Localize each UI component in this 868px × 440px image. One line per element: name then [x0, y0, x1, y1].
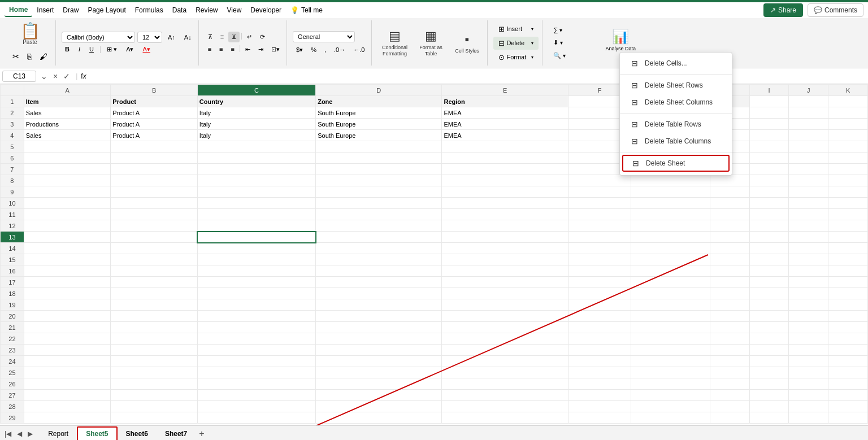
- cell-B18[interactable]: [111, 288, 198, 299]
- cell-D1[interactable]: Zone: [316, 96, 442, 107]
- menu-draw[interactable]: Draw: [58, 4, 83, 16]
- cell-J22[interactable]: [789, 333, 828, 345]
- cell-F12[interactable]: [568, 220, 631, 232]
- align-middle-btn[interactable]: ≡: [217, 32, 227, 42]
- cell-G27[interactable]: [631, 390, 710, 401]
- cell-B27[interactable]: [111, 390, 198, 401]
- cell-E7[interactable]: [442, 164, 568, 175]
- decrease-font-btn[interactable]: A↓: [181, 32, 195, 42]
- cell-B10[interactable]: [111, 198, 198, 209]
- cell-G29[interactable]: [631, 412, 710, 424]
- cell-G8[interactable]: [631, 175, 710, 186]
- cell-D20[interactable]: [316, 311, 442, 322]
- menu-insert[interactable]: Insert: [32, 4, 58, 16]
- format-as-table-btn[interactable]: ▦ Format as Table: [414, 26, 448, 60]
- cell-E27[interactable]: [442, 390, 568, 401]
- cell-H22[interactable]: [710, 333, 749, 345]
- cell-E10[interactable]: [442, 198, 568, 209]
- cell-G18[interactable]: [631, 288, 710, 299]
- fill-color-button[interactable]: A▾: [123, 44, 137, 55]
- cell-C13[interactable]: [197, 232, 315, 243]
- cell-A8[interactable]: [24, 175, 111, 186]
- copy-button[interactable]: ⎘: [24, 50, 35, 63]
- cell-F18[interactable]: [568, 288, 631, 299]
- cell-J8[interactable]: [789, 175, 828, 186]
- cell-E22[interactable]: [442, 333, 568, 345]
- cell-I25[interactable]: [749, 367, 789, 378]
- cell-D28[interactable]: [316, 401, 442, 412]
- cell-I3[interactable]: [749, 119, 789, 130]
- cell-B7[interactable]: [111, 164, 198, 175]
- cell-A4[interactable]: Sales: [24, 130, 111, 141]
- align-top-btn[interactable]: ⊼: [205, 32, 216, 42]
- cell-G28[interactable]: [631, 401, 710, 412]
- cell-K22[interactable]: [828, 333, 868, 345]
- cell-I7[interactable]: [749, 164, 789, 175]
- cell-G22[interactable]: [631, 333, 710, 345]
- cell-H15[interactable]: [710, 254, 749, 265]
- cell-J11[interactable]: [789, 209, 828, 220]
- cell-D11[interactable]: [316, 209, 442, 220]
- cell-B11[interactable]: [111, 209, 198, 220]
- paste-button[interactable]: 📋 Paste: [20, 23, 40, 45]
- delete-table-rows-option[interactable]: ⊟ Delete Table Rows: [620, 116, 732, 133]
- cell-D9[interactable]: [316, 186, 442, 198]
- cell-E2[interactable]: EMEA: [442, 107, 568, 119]
- cell-K2[interactable]: [828, 107, 868, 119]
- cell-G16[interactable]: [631, 265, 710, 277]
- cell-C10[interactable]: [197, 198, 315, 209]
- cell-E26[interactable]: [442, 378, 568, 390]
- cell-K4[interactable]: [828, 130, 868, 141]
- cell-K16[interactable]: [828, 265, 868, 277]
- cell-I9[interactable]: [749, 186, 789, 198]
- cell-H12[interactable]: [710, 220, 749, 232]
- cell-B28[interactable]: [111, 401, 198, 412]
- cell-J21[interactable]: [789, 322, 828, 333]
- menu-review[interactable]: Review: [191, 4, 222, 16]
- cell-I29[interactable]: [749, 412, 789, 424]
- cell-F11[interactable]: [568, 209, 631, 220]
- decrease-decimal-btn[interactable]: ←.0: [350, 45, 368, 55]
- cell-K17[interactable]: [828, 277, 868, 288]
- cell-D14[interactable]: [316, 243, 442, 254]
- cell-B22[interactable]: [111, 333, 198, 345]
- cell-A5[interactable]: [24, 141, 111, 153]
- cell-J14[interactable]: [789, 243, 828, 254]
- cell-E17[interactable]: [442, 277, 568, 288]
- cell-F10[interactable]: [568, 198, 631, 209]
- cell-styles-btn[interactable]: ▪ Cell Styles: [450, 29, 484, 57]
- cell-C21[interactable]: [197, 322, 315, 333]
- underline-button[interactable]: U: [86, 44, 97, 54]
- cell-I20[interactable]: [749, 311, 789, 322]
- cell-A27[interactable]: [24, 390, 111, 401]
- cut-button[interactable]: ✂: [9, 50, 23, 63]
- cell-E20[interactable]: [442, 311, 568, 322]
- menu-tell-me[interactable]: 💡 Tell me: [286, 4, 327, 16]
- cell-A12[interactable]: [24, 220, 111, 232]
- cell-I26[interactable]: [749, 378, 789, 390]
- cell-C24[interactable]: [197, 356, 315, 367]
- conditional-formatting-btn[interactable]: ▤ Conditional Formatting: [377, 26, 411, 60]
- cell-J2[interactable]: [789, 107, 828, 119]
- cell-D24[interactable]: [316, 356, 442, 367]
- menu-page-layout[interactable]: Page Layout: [83, 4, 130, 16]
- cell-K13[interactable]: [828, 232, 868, 243]
- cell-C15[interactable]: [197, 254, 315, 265]
- cell-K7[interactable]: [828, 164, 868, 175]
- cell-B21[interactable]: [111, 322, 198, 333]
- cell-J17[interactable]: [789, 277, 828, 288]
- cell-B23[interactable]: [111, 345, 198, 356]
- cell-K19[interactable]: [828, 299, 868, 311]
- cell-G15[interactable]: [631, 254, 710, 265]
- cell-E3[interactable]: EMEA: [442, 119, 568, 130]
- cell-K12[interactable]: [828, 220, 868, 232]
- cell-I19[interactable]: [749, 299, 789, 311]
- cell-H29[interactable]: [710, 412, 749, 424]
- cell-K29[interactable]: [828, 412, 868, 424]
- cell-J7[interactable]: [789, 164, 828, 175]
- cell-E23[interactable]: [442, 345, 568, 356]
- cell-D26[interactable]: [316, 378, 442, 390]
- cell-C27[interactable]: [197, 390, 315, 401]
- comma-btn[interactable]: ,: [321, 45, 329, 55]
- align-left-btn[interactable]: ≡: [205, 44, 215, 55]
